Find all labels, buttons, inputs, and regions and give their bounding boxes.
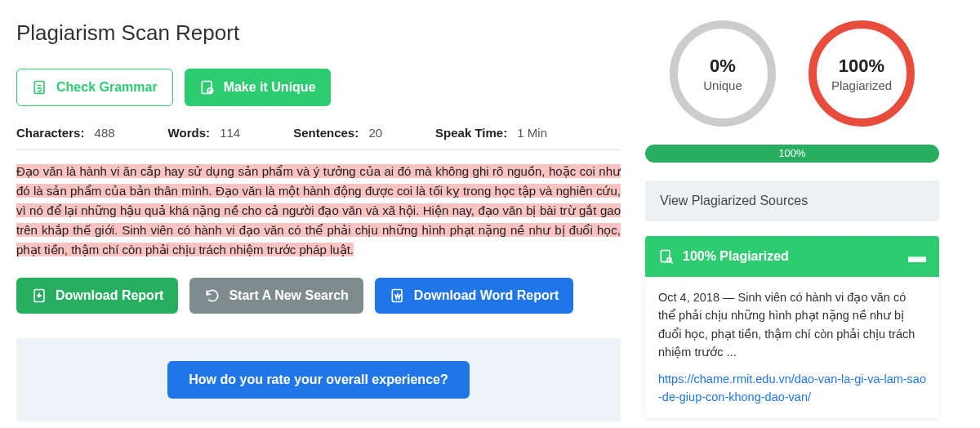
make-unique-button[interactable]: Make it Unique xyxy=(185,69,331,106)
collapse-icon[interactable]: ▬ xyxy=(908,246,926,267)
source-body: Oct 4, 2018 — Sinh viên có hành vi đạo v… xyxy=(645,277,939,418)
word-icon xyxy=(390,288,406,304)
new-search-button[interactable]: Start A New Search xyxy=(189,278,363,314)
words-label: Words: xyxy=(168,126,210,140)
result-circles: 0% Unique 100% Plagiarized xyxy=(645,20,939,127)
characters-label: Characters: xyxy=(16,126,84,140)
sentences-label: Sentences: xyxy=(293,126,359,140)
check-grammar-button[interactable]: Check Grammar xyxy=(16,69,173,106)
stats-row: Characters: 488 Words: 114 Sentences: 20… xyxy=(16,126,621,140)
source-card: 100% Plagiarized ▬ Oct 4, 2018 — Sinh vi… xyxy=(645,236,939,418)
sources-header[interactable]: View Plagiarized Sources xyxy=(645,181,939,221)
unique-percent: 0% xyxy=(710,56,736,77)
new-search-label: Start A New Search xyxy=(229,288,348,303)
progress-fill: 100% xyxy=(645,145,939,163)
document-search-icon xyxy=(658,248,675,265)
unique-icon xyxy=(199,79,216,96)
stat-characters: Characters: 488 xyxy=(16,126,115,140)
unique-circle: 0% Unique xyxy=(670,20,776,127)
svg-rect-5 xyxy=(661,251,670,262)
stat-sentences: Sentences: 20 xyxy=(293,126,382,140)
download-word-button[interactable]: Download Word Report xyxy=(375,278,573,314)
check-grammar-label: Check Grammar xyxy=(56,80,158,95)
action-button-row: Download Report Start A New Search Downl… xyxy=(16,278,621,314)
source-link[interactable]: https://chame.rmit.edu.vn/dao-van-la-gi-… xyxy=(658,370,926,407)
download-report-button[interactable]: Download Report xyxy=(16,278,178,314)
source-badge: 100% Plagiarized xyxy=(683,249,789,264)
characters-value: 488 xyxy=(95,126,115,140)
make-unique-label: Make it Unique xyxy=(224,80,316,95)
download-report-label: Download Report xyxy=(56,288,163,303)
source-card-header[interactable]: 100% Plagiarized ▬ xyxy=(645,236,939,277)
download-word-label: Download Word Report xyxy=(414,288,559,303)
svg-point-6 xyxy=(667,258,671,262)
plag-label: Plagiarized xyxy=(831,78,892,92)
sentences-value: 20 xyxy=(368,126,382,140)
speak-value: 1 Min xyxy=(517,126,547,140)
plagiarized-text: Đạo văn là hành vi ăn cắp hay sử dụng sả… xyxy=(16,164,621,256)
rating-button[interactable]: How do you rate your overall experience? xyxy=(167,361,469,399)
stat-words: Words: 114 xyxy=(168,126,241,140)
divider xyxy=(16,149,621,150)
scanned-text-block: Đạo văn là hành vi ăn cắp hay sử dụng sả… xyxy=(16,162,621,260)
plag-percent: 100% xyxy=(839,56,884,77)
download-icon xyxy=(31,288,47,304)
grammar-icon xyxy=(32,79,48,96)
refresh-icon xyxy=(204,288,220,304)
progress-bar: 100% xyxy=(645,145,939,163)
top-button-row: Check Grammar Make it Unique xyxy=(16,69,621,106)
source-snippet: Oct 4, 2018 — Sinh viên có hành vi đạo v… xyxy=(658,288,926,362)
words-value: 114 xyxy=(220,126,240,140)
speak-label: Speak Time: xyxy=(435,126,507,140)
stat-speak-time: Speak Time: 1 Min xyxy=(435,126,547,140)
plagiarized-circle: 100% Plagiarized xyxy=(808,20,915,127)
page-title: Plagiarism Scan Report xyxy=(16,20,621,46)
unique-label: Unique xyxy=(703,78,742,92)
rating-box: How do you rate your overall experience? xyxy=(16,338,621,421)
